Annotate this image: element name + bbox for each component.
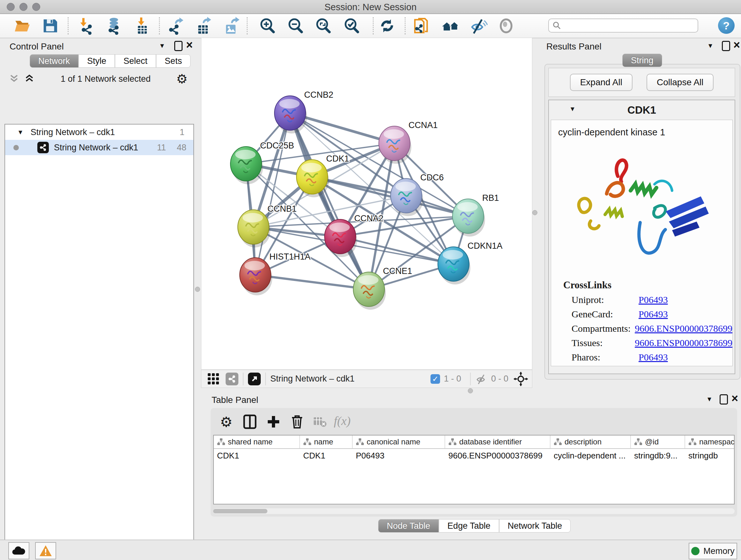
selected-checkbox-icon[interactable]: ✓ bbox=[430, 374, 440, 384]
cloud-button[interactable] bbox=[8, 542, 29, 559]
network-view[interactable]: CCNB2CCNA1CDC25BCDK1CDC6RB1CCNB1CCNA2CDK… bbox=[201, 38, 532, 370]
document-network-icon bbox=[413, 17, 430, 35]
network-edge bbox=[290, 113, 369, 289]
grid-view-icon[interactable] bbox=[207, 373, 220, 385]
network-node-CDC6[interactable]: CDC6 bbox=[391, 173, 444, 216]
table-cell: 9606.ENSP00000378699 bbox=[445, 449, 550, 462]
crosslink-link[interactable]: P06493 bbox=[638, 309, 668, 320]
table-cell: stringdb:9... bbox=[631, 449, 685, 462]
show-columns-button[interactable] bbox=[240, 412, 260, 432]
hidden-eye-icon[interactable] bbox=[475, 374, 488, 384]
import-from-database-button[interactable] bbox=[104, 17, 123, 35]
tree-options-gear-icon[interactable]: ⚙ bbox=[176, 71, 188, 86]
hide-unhide-button[interactable] bbox=[469, 17, 488, 35]
network-node-HIST1H1A[interactable]: HIST1H1A bbox=[240, 252, 311, 295]
add-column-button[interactable] bbox=[264, 412, 283, 432]
expand-all-tree-icon[interactable] bbox=[9, 74, 20, 84]
open-in-window-button[interactable] bbox=[248, 373, 261, 385]
crosslink-row: GeneCard:P06493 bbox=[571, 309, 732, 320]
import-network-button[interactable] bbox=[77, 17, 96, 35]
crosslink-link[interactable]: 9606.ENSP00000378699 bbox=[635, 337, 732, 348]
network-from-file-button[interactable] bbox=[412, 17, 431, 35]
column-header-canonical-name[interactable]: canonical name bbox=[353, 435, 445, 448]
tab-string[interactable]: String bbox=[622, 54, 662, 67]
import-table-button[interactable] bbox=[133, 17, 151, 35]
search-box[interactable] bbox=[548, 18, 698, 33]
tab-network[interactable]: Network bbox=[30, 54, 78, 68]
close-panel-icon[interactable]: × bbox=[733, 41, 740, 49]
results-buttons-row: Expand All Collapse All bbox=[548, 68, 735, 97]
network-collection-row[interactable]: ▼ String Network – cdk1 1 bbox=[5, 125, 193, 140]
crosslink-link[interactable]: P06493 bbox=[638, 294, 668, 305]
show-graphics-button[interactable] bbox=[497, 17, 515, 35]
help-button[interactable]: ? bbox=[718, 17, 735, 34]
search-input[interactable] bbox=[562, 20, 690, 31]
network-node-CCNB2[interactable]: CCNB2 bbox=[274, 90, 333, 133]
table-options-button[interactable]: ⚙ bbox=[216, 412, 236, 432]
table-row[interactable]: CDK1CDK1P064939606.ENSP00000378699cyclin… bbox=[214, 449, 734, 462]
collapse-panel-icon[interactable]: ▼ bbox=[707, 42, 714, 50]
node-label-HIST1H1A: HIST1H1A bbox=[269, 252, 311, 261]
zoom-in-button[interactable] bbox=[258, 17, 277, 35]
tab-sets[interactable]: Sets bbox=[156, 54, 191, 68]
expand-all-button[interactable]: Expand All bbox=[570, 74, 632, 91]
entry-description: cyclin-dependent kinase 1 bbox=[558, 127, 732, 138]
column-header-namespace[interactable]: namespace bbox=[685, 435, 735, 448]
network-row-selected[interactable]: String Network – cdk1 11 48 bbox=[5, 140, 193, 155]
collapse-all-tree-icon[interactable] bbox=[24, 74, 35, 84]
tab-node-table[interactable]: Node Table bbox=[378, 519, 439, 533]
network-node-CDKN1A[interactable]: CDKN1A bbox=[438, 241, 502, 285]
tab-style[interactable]: Style bbox=[78, 54, 115, 68]
refresh-button[interactable] bbox=[378, 17, 396, 35]
zoom-out-button[interactable] bbox=[286, 17, 305, 35]
memory-button[interactable]: Memory bbox=[689, 543, 737, 559]
column-header-shared-name[interactable]: shared name bbox=[214, 435, 300, 448]
network-node-RB1[interactable]: RB1 bbox=[453, 193, 499, 237]
network-badge-icon[interactable] bbox=[226, 373, 239, 385]
export-image-button[interactable] bbox=[222, 17, 240, 35]
export-network-button[interactable] bbox=[166, 17, 185, 35]
open-session-button[interactable] bbox=[13, 17, 32, 35]
node-label-RB1: RB1 bbox=[482, 193, 499, 203]
collapse-panel-icon[interactable]: ▼ bbox=[159, 42, 165, 50]
tab-select[interactable]: Select bbox=[115, 54, 156, 68]
entry-collapse-caret[interactable]: ▼ bbox=[569, 105, 576, 113]
home-button[interactable] bbox=[441, 17, 460, 35]
float-panel-icon[interactable] bbox=[722, 41, 730, 51]
collapse-panel-icon[interactable]: ▼ bbox=[706, 395, 713, 403]
horizontal-scrollbar[interactable] bbox=[213, 508, 735, 514]
left-divider-handle[interactable] bbox=[195, 287, 200, 292]
network-graph[interactable]: CCNB2CCNA1CDC25BCDK1CDC6RB1CCNB1CCNA2CDK… bbox=[201, 38, 532, 369]
zoom-out-icon bbox=[286, 17, 305, 35]
zoom-selected-button[interactable] bbox=[342, 17, 361, 35]
table-cell: CDK1 bbox=[214, 449, 300, 462]
tree-expand-caret[interactable]: ▼ bbox=[17, 129, 23, 136]
delete-column-button[interactable] bbox=[287, 412, 307, 432]
network-node-count: 11 bbox=[157, 143, 166, 152]
warnings-button[interactable] bbox=[35, 542, 56, 559]
selected-counts: 1 - 0 bbox=[444, 374, 461, 384]
column-header-@id[interactable]: @id bbox=[631, 435, 685, 448]
save-session-button[interactable] bbox=[41, 17, 59, 35]
zoom-fit-button[interactable] bbox=[314, 17, 333, 35]
float-panel-icon[interactable] bbox=[720, 394, 728, 405]
birdseye-crosshair-icon[interactable] bbox=[514, 372, 528, 386]
scrollbar-thumb[interactable] bbox=[213, 509, 267, 513]
collapse-all-button[interactable]: Collapse All bbox=[647, 74, 714, 91]
table-panel-tabs: Node TableEdge TableNetwork Table bbox=[378, 519, 570, 533]
close-panel-icon[interactable]: × bbox=[731, 394, 738, 402]
network-view-title: String Network – cdk1 bbox=[270, 374, 354, 384]
network-node-CDC25B[interactable]: CDC25B bbox=[230, 141, 294, 184]
column-header-name[interactable]: name bbox=[300, 435, 353, 448]
protein-entry-header[interactable]: ▼ CDK1 bbox=[549, 100, 735, 119]
float-panel-icon[interactable] bbox=[174, 41, 183, 51]
crosslink-link[interactable]: 9606.ENSP00000378699 bbox=[635, 323, 732, 334]
tab-network-table[interactable]: Network Table bbox=[499, 519, 571, 533]
tab-edge-table[interactable]: Edge Table bbox=[439, 519, 499, 533]
column-header-description[interactable]: description bbox=[550, 435, 631, 448]
toolbar-separator bbox=[405, 17, 406, 35]
export-table-button[interactable] bbox=[194, 17, 212, 35]
column-header-database-identifier[interactable]: database identifier bbox=[445, 435, 550, 448]
close-panel-icon[interactable]: × bbox=[186, 41, 193, 49]
crosslink-link[interactable]: P06493 bbox=[638, 352, 668, 363]
